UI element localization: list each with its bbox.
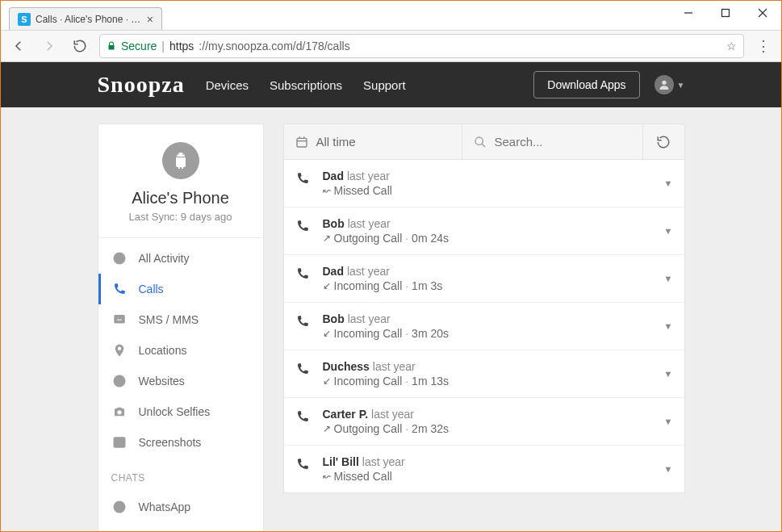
browser-tab-strip: S Calls · Alice's Phone · Sno ×: [1, 1, 781, 30]
sidebar-item-label: Unlock Selfies: [139, 405, 211, 418]
call-row[interactable]: Boblast year↗Outgoing Call0m 24s▼: [284, 207, 684, 254]
search-cell[interactable]: [462, 124, 642, 159]
call-time: last year: [362, 455, 405, 468]
sidebar-item-unlock-selfies[interactable]: Unlock Selfies: [98, 396, 263, 427]
call-type: Missed Call: [334, 184, 392, 197]
call-duration: 2m 32s: [405, 422, 449, 435]
expand-chevron-icon[interactable]: ▼: [664, 464, 673, 474]
call-duration: 1m 13s: [405, 375, 449, 387]
expand-chevron-icon[interactable]: ▼: [664, 417, 673, 426]
phone-icon: [111, 282, 128, 296]
call-row[interactable]: Dadlast year↜Missed Call▼: [284, 159, 684, 207]
browser-reload-button[interactable]: [69, 35, 91, 57]
sidebar-section-chats: CHATS: [98, 463, 263, 487]
call-type: Incoming Call: [334, 327, 403, 340]
call-direction-icon: ↙: [323, 375, 331, 387]
window-maximize-button[interactable]: [707, 1, 744, 25]
phone-icon: [295, 219, 312, 233]
svg-text:•••: •••: [117, 317, 122, 322]
tab-favicon-icon: S: [18, 13, 31, 26]
phone-icon: [295, 362, 312, 376]
call-duration: 1m 3s: [405, 279, 442, 292]
window-close-button[interactable]: [744, 1, 781, 25]
sidebar-item-sms-mms[interactable]: •••SMS / MMS: [98, 304, 263, 335]
browser-url-bar[interactable]: Secure | https://my.snoopza.com/d/178/ca…: [99, 34, 744, 58]
sidebar-item-label: Locations: [139, 344, 187, 357]
sms-icon: •••: [111, 312, 128, 327]
expand-chevron-icon[interactable]: ▼: [664, 226, 673, 236]
sidebar: Alice's Phone Last Sync: 9 days ago All …: [98, 124, 264, 531]
call-time: last year: [373, 360, 416, 373]
call-time: last year: [348, 312, 391, 325]
expand-chevron-icon[interactable]: ▼: [664, 178, 673, 188]
call-row[interactable]: Lil' Billlast year↜Missed Call▼: [284, 445, 684, 492]
call-duration: 0m 24s: [405, 232, 449, 245]
bookmark-star-icon[interactable]: ☆: [726, 40, 737, 52]
search-input[interactable]: [495, 135, 631, 149]
globe-icon: [111, 374, 128, 388]
sidebar-item-locations[interactable]: Locations: [98, 335, 263, 366]
call-row[interactable]: Dadlast year↙Incoming Call1m 3s▼: [284, 254, 684, 302]
expand-chevron-icon[interactable]: ▼: [664, 274, 673, 283]
call-direction-icon: ↗: [323, 423, 331, 434]
phone-icon: [295, 457, 312, 471]
call-direction-icon: ↜: [323, 185, 331, 196]
sidebar-item-websites[interactable]: Websites: [98, 366, 263, 396]
sidebar-item-facebook[interactable]: Facebook: [98, 522, 263, 531]
browser-forward-button[interactable]: [38, 35, 61, 57]
url-rest: ://my.snoopza.com/d/178/calls: [199, 40, 349, 52]
call-contact: Lil' Bill: [323, 455, 359, 468]
sidebar-item-label: WhatsApp: [139, 501, 191, 513]
sidebar-item-calls[interactable]: Calls: [98, 274, 263, 304]
window-minimize-button[interactable]: [670, 1, 707, 25]
call-row[interactable]: Duchesslast year↙Incoming Call1m 13s▼: [284, 350, 684, 397]
nav-support[interactable]: Support: [363, 78, 406, 92]
user-menu[interactable]: ▼: [654, 75, 685, 94]
phone-icon: [295, 409, 312, 424]
camera-icon: [111, 404, 128, 419]
app-logo[interactable]: Snoopza: [98, 72, 185, 98]
svg-point-9: [117, 410, 121, 414]
browser-toolbar: Secure | https://my.snoopza.com/d/178/ca…: [1, 30, 781, 62]
tab-close-icon[interactable]: ×: [147, 13, 153, 26]
call-list: Dadlast year↜Missed Call▼Boblast year↗Ou…: [283, 159, 685, 493]
sidebar-item-label: Calls: [139, 283, 164, 295]
call-contact: Bob: [323, 217, 345, 230]
expand-chevron-icon[interactable]: ▼: [664, 369, 673, 379]
sidebar-item-screenshots[interactable]: Screenshots: [98, 427, 263, 458]
svg-line-19: [482, 144, 485, 147]
android-icon: [162, 142, 199, 179]
svg-rect-14: [297, 138, 307, 147]
facebook-icon: [111, 530, 128, 531]
page-body: Alice's Phone Last Sync: 9 days ago All …: [1, 107, 781, 531]
call-contact: Carter P.: [323, 408, 369, 421]
browser-menu-button[interactable]: ⋮: [752, 37, 775, 55]
call-type: Outgoing Call: [334, 422, 403, 435]
expand-chevron-icon[interactable]: ▼: [664, 321, 673, 331]
calendar-icon: [295, 136, 308, 149]
call-type: Incoming Call: [334, 279, 403, 292]
sidebar-nav: All ActivityCalls•••SMS / MMSLocationsWe…: [98, 238, 263, 463]
call-row[interactable]: Carter P.last year↗Outgoing Call2m 32s▼: [284, 397, 684, 445]
refresh-button[interactable]: [642, 124, 684, 159]
url-scheme: https: [169, 40, 194, 52]
browser-tab[interactable]: S Calls · Alice's Phone · Sno ×: [9, 7, 162, 30]
download-apps-button[interactable]: Download Apps: [533, 71, 639, 98]
sidebar-item-all-activity[interactable]: All Activity: [98, 243, 263, 274]
call-direction-icon: ↙: [323, 280, 331, 291]
call-row[interactable]: Boblast year↙Incoming Call3m 20s▼: [284, 302, 684, 350]
main-column: All time Dadlast year↜Missed Call▼Boblas…: [283, 124, 685, 493]
device-block: Alice's Phone Last Sync: 9 days ago: [98, 124, 263, 237]
secure-label: Secure: [121, 40, 157, 52]
nav-devices[interactable]: Devices: [206, 78, 249, 92]
browser-back-button[interactable]: [7, 35, 30, 57]
sidebar-item-label: Websites: [139, 375, 185, 387]
svg-point-4: [662, 81, 666, 85]
nav-subscriptions[interactable]: Subscriptions: [270, 78, 342, 92]
call-direction-icon: ↜: [323, 471, 331, 482]
time-filter[interactable]: All time: [284, 124, 462, 159]
pin-icon: [111, 343, 128, 358]
caret-down-icon: ▼: [677, 81, 685, 90]
sidebar-item-whatsapp[interactable]: WhatsApp: [98, 492, 263, 522]
phone-icon: [295, 266, 312, 281]
